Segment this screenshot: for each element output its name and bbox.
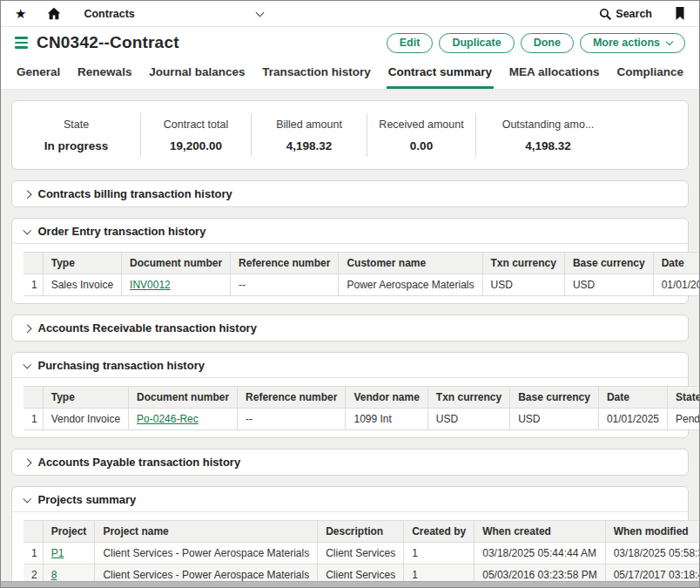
- chevron-down-icon: [255, 8, 264, 17]
- tab-compliance[interactable]: Compliance: [615, 58, 685, 89]
- section-purchasing: Purchasing transaction history Type Docu…: [11, 352, 689, 438]
- section-contracts-billing-toggle[interactable]: Contracts billing transaction history: [12, 181, 688, 206]
- table-header-row: Type Document number Reference number Cu…: [24, 253, 699, 274]
- contract-summary-stats-card: State In progress Contract total 19,200.…: [11, 100, 689, 170]
- duplicate-button[interactable]: Duplicate: [439, 33, 514, 53]
- stat-outstanding-amount-value: 4,198.32: [525, 139, 571, 152]
- stat-billed-amount-value: 4,198.32: [286, 139, 333, 152]
- tab-contract-summary[interactable]: Contract summary: [387, 58, 494, 89]
- projects-table: Project Project name Description Created…: [24, 520, 699, 581]
- edit-button[interactable]: Edit: [387, 33, 434, 53]
- search-icon: [599, 8, 611, 20]
- section-accounts-payable-toggle[interactable]: Accounts Payable transaction history: [12, 449, 688, 475]
- section-accounts-receivable-toggle[interactable]: Accounts Receivable transaction history: [12, 315, 688, 341]
- section-accounts-payable: Accounts Payable transaction history: [11, 449, 689, 476]
- project-link[interactable]: P1: [51, 547, 64, 559]
- bookmark-icon[interactable]: [675, 7, 685, 20]
- stat-received-amount: Received amount 0.00: [367, 113, 476, 157]
- app-window: ★ Contracts Search CN0342--Contract Edit…: [0, 0, 700, 588]
- stat-contract-total-value: 19,200.00: [170, 139, 222, 152]
- stat-billed-amount: Billed amount 4,198.32: [252, 113, 367, 157]
- section-accounts-receivable: Accounts Receivable transaction history: [11, 314, 689, 341]
- tab-mea-allocations[interactable]: MEA allocations: [508, 58, 602, 89]
- document-number-link[interactable]: INV0012: [130, 279, 171, 291]
- section-purchasing-toggle[interactable]: Purchasing transaction history: [12, 353, 688, 378]
- done-button[interactable]: Done: [521, 33, 574, 53]
- home-icon[interactable]: [47, 7, 61, 20]
- chevron-right-icon: [24, 458, 31, 466]
- tab-general[interactable]: General: [15, 58, 62, 89]
- chevron-down-icon: [666, 38, 673, 45]
- stat-received-amount-value: 0.00: [410, 139, 433, 152]
- document-number-link[interactable]: Po-0246-Rec: [137, 413, 199, 425]
- table-header-row: Type Document number Reference number Ve…: [24, 387, 699, 409]
- more-actions-button[interactable]: More actions: [580, 33, 685, 53]
- search-button[interactable]: Search: [599, 8, 652, 20]
- tab-journal-balances[interactable]: Journal balances: [147, 58, 246, 89]
- project-link[interactable]: 8: [51, 569, 57, 581]
- table-header-row: Project Project name Description Created…: [24, 521, 699, 543]
- stat-outstanding-amount: Outstanding amo... 4,198.32: [476, 113, 620, 157]
- content-area: State In progress Contract total 19,200.…: [1, 90, 699, 581]
- stat-contract-total: Contract total 19,200.00: [141, 113, 252, 157]
- chevron-down-icon: [24, 494, 31, 502]
- section-order-entry-toggle[interactable]: Order Entry transaction history: [12, 219, 688, 244]
- record-header: CN0342--Contract Edit Duplicate Done Mor…: [1, 27, 699, 58]
- chevron-right-icon: [24, 190, 31, 198]
- table-row: 1 Sales Invoice INV0012 -- Power Aerospa…: [24, 274, 699, 296]
- stat-state-value: In progress: [44, 139, 109, 152]
- stat-state: State In progress: [12, 113, 141, 157]
- section-order-entry: Order Entry transaction history Type Doc…: [11, 218, 689, 304]
- order-entry-table: Type Document number Reference number Cu…: [24, 252, 699, 296]
- purchasing-table: Type Document number Reference number Ve…: [24, 386, 699, 430]
- tab-renewals[interactable]: Renewals: [76, 58, 133, 89]
- chevron-down-icon: [24, 226, 31, 233]
- contracts-nav-label: Contracts: [84, 8, 134, 20]
- page-title: CN0342--Contract: [37, 33, 179, 52]
- chevron-down-icon: [24, 360, 31, 368]
- window-bottom-edge: [1, 581, 699, 587]
- table-row: 1 P1 Client Services - Power Aerospace M…: [24, 543, 699, 564]
- tab-transaction-history[interactable]: Transaction history: [260, 58, 373, 89]
- favorites-star-icon[interactable]: ★: [15, 7, 26, 20]
- section-contracts-billing: Contracts billing transaction history: [11, 180, 689, 207]
- section-projects-summary: Projects summary Project Project name De…: [11, 486, 689, 581]
- tab-bar: General Renewals Journal balances Transa…: [1, 58, 699, 90]
- top-bar: ★ Contracts Search: [1, 1, 699, 27]
- contracts-nav-dropdown[interactable]: Contracts: [84, 8, 262, 20]
- search-label: Search: [616, 8, 652, 20]
- table-row: 1 Vendor Invoice Po-0246-Rec -- 1099 Int…: [24, 409, 699, 430]
- table-row: 2 8 Client Services - Power Aerospace Ma…: [24, 564, 699, 582]
- chevron-right-icon: [24, 324, 31, 332]
- section-projects-summary-toggle[interactable]: Projects summary: [12, 487, 688, 512]
- record-list-icon[interactable]: [15, 37, 28, 49]
